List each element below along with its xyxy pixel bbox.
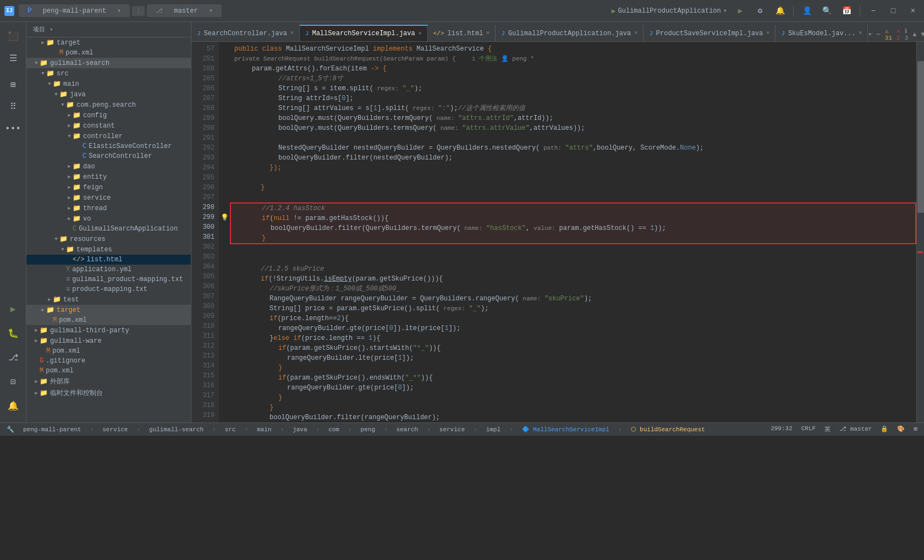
close-button[interactable]: × — [906, 4, 920, 18]
tab-gulimall-product-app[interactable]: J GulimallProductApplication.java × — [496, 25, 644, 41]
notifications-side-icon[interactable]: 🔔 — [3, 396, 23, 416]
tree-item-entity[interactable]: ▶ 📁 entity — [26, 172, 191, 182]
code-line-285: //attrs=1_5寸:8寸 — [230, 74, 916, 84]
terminal-icon[interactable]: ⊡ — [3, 372, 23, 392]
code-line-312: if(param.getSkuPrice().startsWith("*_"))… — [230, 343, 916, 353]
tree-item-com-peng[interactable]: ▼ 📁 com.peng.search — [26, 100, 191, 110]
plugins-icon[interactable]: ⠿ — [3, 97, 23, 117]
calendar-button[interactable]: 📅 — [840, 4, 853, 18]
tree-item-service[interactable]: ▶ 📁 service — [26, 193, 191, 203]
tab-list-html[interactable]: </> list.html × — [428, 25, 496, 41]
scroll-down-icon[interactable]: ▼ — [921, 31, 924, 39]
status-impl: impl — [486, 426, 501, 433]
tree-item-constant[interactable]: ▶ 📁 constant — [26, 120, 191, 131]
scroll-up-icon[interactable]: ▲ — [912, 31, 916, 39]
tree-item-target2[interactable]: ▶ 📁 target — [26, 305, 191, 315]
tab-close-icon[interactable]: × — [859, 30, 862, 36]
tree-item-templates[interactable]: ▼ 📁 templates — [26, 244, 191, 255]
tree-item-resources[interactable]: ▼ 📁 resources — [26, 234, 191, 244]
tree-item-dao[interactable]: ▶ 📁 dao — [26, 161, 191, 172]
tree-item-thread[interactable]: ▶ 📁 thread — [26, 203, 191, 213]
tree-item-pom2[interactable]: M pom.xml — [26, 315, 191, 325]
java-class-icon: C — [82, 142, 86, 150]
tree-item-product-mapping[interactable]: ≡ gulimall_product-mapping.txt — [26, 274, 191, 284]
tree-item-main[interactable]: ▼ 📁 main — [26, 79, 191, 89]
tree-item-pom3[interactable]: M pom.xml — [26, 346, 191, 356]
scrollbar[interactable] — [916, 42, 924, 422]
status-arrow-12: › — [618, 426, 622, 433]
tree-item-target1[interactable]: ▶ 📁 target — [26, 37, 191, 48]
settings-button[interactable]: ⚙ — [754, 4, 767, 18]
code-line-309: if(price.length==2){ — [230, 314, 916, 323]
tree-item-product-map2[interactable]: ≡ product-mapping.txt — [26, 284, 191, 294]
status-service2: service — [439, 426, 465, 433]
code-line-301: } — [231, 233, 915, 243]
lightbulb-icon[interactable]: 💡 — [219, 212, 230, 222]
code-editor[interactable]: public class MallSearchServiceImpl imple… — [230, 42, 916, 422]
tab-close-icon[interactable]: × — [766, 30, 769, 36]
code-line-311: }else if(price.length == 1){ — [230, 333, 916, 343]
tree-item-vo[interactable]: ▶ 📁 vo — [26, 213, 191, 224]
tree-item-app-yml[interactable]: Y application.yml — [26, 265, 191, 274]
tree-item-label: target — [57, 306, 80, 314]
tab-overflow-icon[interactable]: ▾ — [868, 30, 872, 39]
tab-search-controller[interactable]: J SearchController.java × — [191, 25, 300, 41]
tree-item-gulimall-app[interactable]: C GulimallSearchApplication — [26, 224, 191, 234]
tab-close-icon[interactable]: × — [634, 30, 637, 36]
tree-item-pom1[interactable]: M pom.xml — [26, 48, 191, 58]
tree-item-list-html[interactable]: </> list.html — [26, 255, 191, 265]
debug-icon[interactable]: 🐛 — [3, 323, 23, 343]
tree-item-gitignore[interactable]: G .gitignore — [26, 356, 191, 366]
code-line-286: String[] s = item.split( regex: "_"); — [230, 84, 916, 94]
tree-item-external[interactable]: ▶ 📁 外部库 — [26, 376, 191, 387]
branch-name[interactable]: ⎇ master ▾ — [147, 4, 221, 17]
maximize-button[interactable]: □ — [887, 4, 900, 18]
structure-icon[interactable]: ⊞ — [3, 75, 23, 95]
scroll-thumb[interactable] — [917, 61, 924, 213]
code-line-289: boolQuery.must(QueryBuilders.termQuery( … — [230, 113, 916, 123]
tree-item-pom4[interactable]: M pom.xml — [26, 366, 191, 376]
run-icon[interactable]: ▶ — [3, 299, 23, 319]
tree-item-feign[interactable]: ▶ 📁 feign — [26, 182, 191, 193]
tree-item-label: ElasticSaveController — [89, 142, 172, 150]
app-run-name: ▶ GulimallProductApplication ▾ — [612, 7, 727, 15]
tab-sku-es-model[interactable]: J SkuEsModel.jav... × — [776, 25, 868, 41]
project-icon[interactable]: ⬛ — [3, 26, 23, 46]
tree-item-gulimall-search[interactable]: ▼ 📁 gulimall-search — [26, 58, 191, 68]
project-name[interactable]: P peng-mall-parent ▾ — [19, 4, 130, 17]
tab-settings-icon[interactable]: ⋯ — [877, 30, 881, 39]
tab-close-icon[interactable]: × — [290, 30, 294, 36]
chevron-right-icon: ▶ — [66, 174, 73, 180]
notifications-button[interactable]: 🔔 — [773, 4, 787, 18]
tab-close-icon[interactable]: × — [486, 30, 490, 36]
search-button[interactable]: 🔍 — [820, 4, 833, 18]
tree-item-src[interactable]: ▼ 📁 src — [26, 68, 191, 79]
tree-item-third[interactable]: ▶ 📁 gulimall-third-party — [26, 325, 191, 336]
tab-close-icon[interactable]: × — [419, 31, 422, 37]
tabs-bar: J SearchController.java × J MallSearchSe… — [191, 22, 924, 42]
folder-icon: 📁 — [59, 90, 68, 98]
code-line-305: if(!StringUtils.isEmpty(param.getSkuPric… — [230, 274, 916, 284]
tree-item-ware[interactable]: ▶ 📁 gulimall-ware — [26, 336, 191, 346]
tree-item-controller[interactable]: ▼ 📁 controller — [26, 131, 191, 141]
tab-product-save-impl[interactable]: J ProductSaveServiceImpl.java × — [644, 25, 776, 41]
minimize-button[interactable]: − — [867, 4, 880, 18]
bookmarks-icon[interactable]: ☰ — [3, 48, 23, 68]
code-line-310: rangeQueryBuilder.gte(price[0]).lte(pric… — [230, 323, 916, 333]
tree-item-test2[interactable]: ▶ 📁 test — [26, 294, 191, 305]
txt-icon: ≡ — [66, 286, 70, 293]
tab-mall-search-impl[interactable]: J MallSearchServiceImpl.java × — [300, 25, 428, 41]
tree-item-elastic[interactable]: C ElasticSaveController — [26, 141, 191, 151]
tree-item-label: resources — [70, 235, 106, 243]
tree-item-label: src — [57, 70, 69, 78]
git-icon[interactable]: ⎇ — [3, 348, 23, 367]
code-line-293: boolQueryBuilder.filter(nestedQueryBuild… — [230, 153, 916, 163]
tree-item-config[interactable]: ▶ 📁 config — [26, 110, 191, 120]
user-button[interactable]: 👤 — [800, 4, 813, 18]
tree-item-search-ctrl[interactable]: C SearchController — [26, 151, 191, 161]
more-icon[interactable]: ••• — [3, 119, 23, 139]
folder-icon: 📁 — [40, 389, 48, 397]
tree-item-java[interactable]: ▼ 📁 java — [26, 89, 191, 100]
run-button[interactable]: ▶ — [734, 4, 747, 18]
tree-item-temp[interactable]: ▶ 📁 临时文件和控制台 — [26, 387, 191, 399]
